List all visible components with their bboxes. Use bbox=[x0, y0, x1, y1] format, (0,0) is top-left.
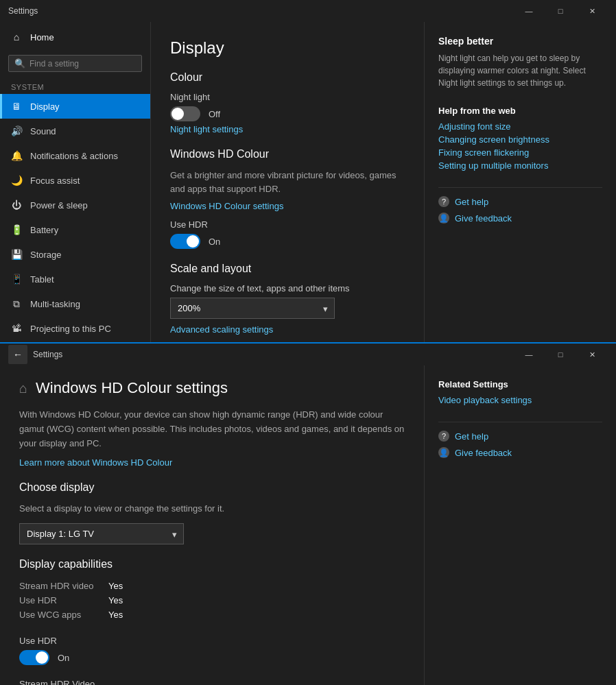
window-controls-top: — □ ✕ bbox=[513, 0, 608, 22]
related-settings-section: Related Settings Video playback settings bbox=[438, 379, 602, 405]
display-icon: 🖥 bbox=[11, 101, 22, 112]
help-link-brightness[interactable]: Changing screen brightness bbox=[438, 134, 602, 145]
choose-display-desc: Select a display to view or change the s… bbox=[19, 502, 405, 516]
back-button[interactable]: ← bbox=[8, 345, 27, 364]
use-hdr-toggle-bottom[interactable] bbox=[19, 650, 49, 665]
give-feedback-link-top[interactable]: Give feedback bbox=[455, 213, 512, 224]
help-web-section: Help from the web Adjusting font size Ch… bbox=[438, 106, 602, 171]
sidebar-item-multitasking[interactable]: ⧉ Multi-tasking bbox=[0, 291, 150, 316]
cap-row-hdr: Use HDR Yes bbox=[19, 593, 405, 608]
sound-icon: 🔊 bbox=[11, 125, 22, 136]
get-help-link-bottom[interactable]: Get help bbox=[455, 431, 488, 442]
video-playback-link[interactable]: Video playback settings bbox=[438, 395, 602, 405]
learn-more-link[interactable]: Learn more about Windows HD Colour bbox=[19, 457, 172, 468]
sidebar-item-notifications[interactable]: 🔔 Notifications & actions bbox=[0, 143, 150, 168]
projecting-icon: 📽 bbox=[11, 323, 22, 334]
help-link-font[interactable]: Adjusting font size bbox=[438, 121, 602, 132]
search-input[interactable] bbox=[29, 59, 136, 69]
right-panel-divider bbox=[438, 187, 602, 188]
bottom-description: With Windows HD Colour, your device can … bbox=[19, 408, 405, 450]
notifications-icon: 🔔 bbox=[11, 150, 22, 161]
sidebar-item-battery[interactable]: 🔋 Battery bbox=[0, 217, 150, 242]
give-feedback-row-bottom[interactable]: 👤 Give feedback bbox=[438, 447, 602, 458]
use-hdr-state-bottom: On bbox=[58, 653, 69, 663]
sidebar-label-battery: Battery bbox=[30, 225, 58, 235]
sleep-better-title: Sleep better bbox=[438, 36, 602, 47]
focus-icon: 🌙 bbox=[11, 175, 22, 186]
scale-dropdown-wrapper: 100% 125% 150% 175% 200% bbox=[170, 298, 335, 319]
sidebar-label-display: Display bbox=[30, 101, 60, 112]
colour-section-title: Colour bbox=[170, 71, 405, 84]
close-button-bottom[interactable]: ✕ bbox=[576, 344, 608, 365]
scale-dropdown[interactable]: 100% 125% 150% 175% 200% bbox=[170, 298, 335, 319]
choose-display-title: Choose display bbox=[19, 481, 405, 494]
sidebar-label-sound: Sound bbox=[30, 126, 56, 136]
stream-hdr-section: Stream HDR Video On This display can pla… bbox=[19, 679, 405, 685]
storage-icon: 💾 bbox=[11, 249, 22, 260]
sleep-better-text: Night light can help you get to sleep by… bbox=[438, 52, 602, 89]
sidebar-item-focus[interactable]: 🌙 Focus assist bbox=[0, 168, 150, 193]
use-hdr-toggle[interactable] bbox=[170, 234, 200, 249]
sidebar-item-home[interactable]: ⌂ Home bbox=[0, 22, 150, 52]
capabilities-table: Stream HDR video Yes Use HDR Yes Use WCG… bbox=[19, 579, 405, 622]
page-title-display: Display bbox=[170, 38, 405, 58]
hdr-settings-link[interactable]: Windows HD Colour settings bbox=[170, 201, 283, 211]
window-title-top: Settings bbox=[8, 6, 513, 16]
hdr-section: Windows HD Colour Get a brighter and mor… bbox=[170, 148, 405, 249]
hdr-description: Get a brighter and more vibrant picture … bbox=[170, 169, 405, 195]
sidebar-label-storage: Storage bbox=[30, 250, 62, 260]
cap-row-wcg: Use WCG apps Yes bbox=[19, 608, 405, 622]
sidebar-item-projecting[interactable]: 📽 Projecting to this PC bbox=[0, 316, 150, 341]
settings-window-top: Settings — □ ✕ ⌂ Home 🔍 System 🖥 bbox=[0, 0, 616, 343]
window-title-bottom: Settings bbox=[33, 350, 513, 359]
get-help-link[interactable]: Get help bbox=[455, 197, 488, 207]
cap-label-hdr: Use HDR bbox=[19, 595, 108, 605]
bottom-main-content: ⌂ Windows HD Colour settings With Window… bbox=[0, 365, 424, 685]
maximize-button-bottom[interactable]: □ bbox=[545, 344, 576, 365]
sidebar-label-power: Power & sleep bbox=[30, 200, 88, 211]
cap-label-wcg: Use WCG apps bbox=[19, 610, 108, 620]
display-capabilities-section: Display capabilities Stream HDR video Ye… bbox=[19, 558, 405, 622]
right-panel-bottom: Related Settings Video playback settings… bbox=[424, 365, 616, 685]
advanced-scaling-link[interactable]: Advanced scaling settings bbox=[170, 324, 405, 335]
help-link-monitors[interactable]: Setting up multiple monitors bbox=[438, 160, 602, 171]
cap-value-hdr: Yes bbox=[108, 595, 123, 605]
sidebar: ⌂ Home 🔍 System 🖥 Display 🔊 Sound 🔔 Noti bbox=[0, 22, 151, 343]
get-help-icon: ? bbox=[438, 196, 449, 207]
maximize-button-top[interactable]: □ bbox=[545, 0, 576, 22]
sidebar-item-display[interactable]: 🖥 Display bbox=[0, 94, 150, 119]
help-web-title: Help from the web bbox=[438, 106, 602, 116]
give-feedback-icon-bottom: 👤 bbox=[438, 447, 449, 458]
choose-display-section: Choose display Select a display to view … bbox=[19, 481, 405, 544]
minimize-button-top[interactable]: — bbox=[513, 0, 545, 22]
cap-value-wcg: Yes bbox=[108, 610, 123, 620]
use-hdr-toggle-row: On bbox=[19, 650, 405, 665]
related-settings-title: Related Settings bbox=[438, 379, 602, 389]
window-controls-bottom: — □ ✕ bbox=[513, 344, 608, 365]
help-link-flickering[interactable]: Fixing screen flickering bbox=[438, 147, 602, 158]
sidebar-item-tablet[interactable]: 📱 Tablet bbox=[0, 267, 150, 291]
use-hdr-state: On bbox=[209, 237, 220, 247]
sidebar-label-notifications: Notifications & actions bbox=[30, 151, 118, 161]
sidebar-label-projecting: Projecting to this PC bbox=[30, 324, 111, 334]
sidebar-section-system: System bbox=[0, 77, 150, 94]
title-bar-bottom: ← Settings — □ ✕ bbox=[0, 344, 616, 365]
home-icon: ⌂ bbox=[11, 32, 22, 43]
close-button-top[interactable]: ✕ bbox=[576, 0, 608, 22]
sidebar-item-power[interactable]: ⏻ Power & sleep bbox=[0, 193, 150, 217]
sidebar-item-storage[interactable]: 💾 Storage bbox=[0, 242, 150, 267]
settings-window-bottom: ← Settings — □ ✕ ⌂ Windows HD Colour set… bbox=[0, 342, 616, 685]
get-help-row-bottom[interactable]: ? Get help bbox=[438, 431, 602, 442]
night-light-settings-link[interactable]: Night light settings bbox=[170, 124, 243, 134]
cap-row-stream: Stream HDR video Yes bbox=[19, 579, 405, 593]
display-select[interactable]: Display 1: LG TV Display 2 bbox=[19, 523, 184, 544]
minimize-button-bottom[interactable]: — bbox=[513, 344, 545, 365]
capabilities-title: Display capabilities bbox=[19, 558, 405, 570]
night-light-toggle[interactable] bbox=[170, 106, 200, 121]
power-icon: ⏻ bbox=[11, 200, 22, 211]
give-feedback-row[interactable]: 👤 Give feedback bbox=[438, 213, 602, 224]
give-feedback-link-bottom[interactable]: Give feedback bbox=[455, 448, 512, 458]
stream-hdr-label: Stream HDR Video bbox=[19, 679, 405, 685]
sidebar-item-sound[interactable]: 🔊 Sound bbox=[0, 119, 150, 143]
get-help-row[interactable]: ? Get help bbox=[438, 196, 602, 207]
